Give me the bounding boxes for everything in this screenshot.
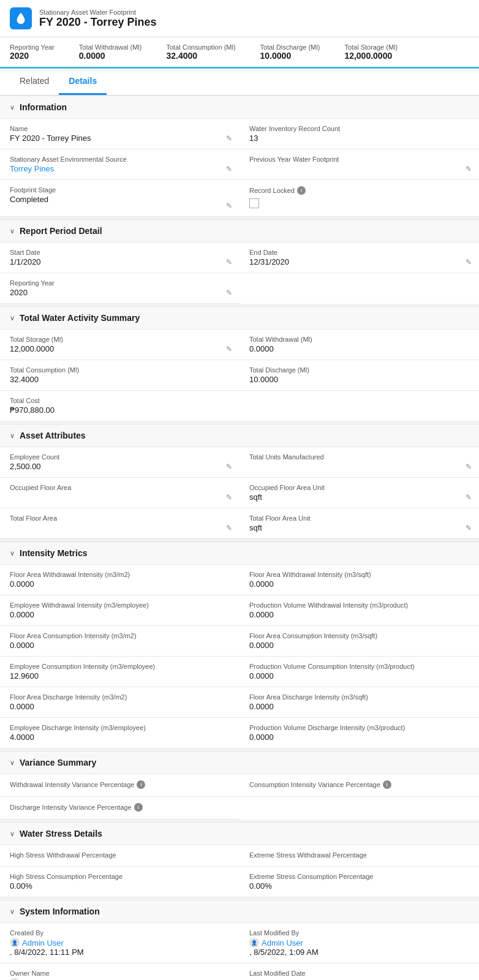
metric-value: 12,000.0000 xyxy=(344,51,398,61)
metric-label: Reporting Year xyxy=(10,43,55,51)
field-owner-name: Owner Name 👤 Admin User xyxy=(0,963,240,980)
field-occupied-floor-unit-label: Occupied Floor Area Unit xyxy=(249,484,469,491)
field-total-storage-value: 12,000.0000 xyxy=(10,344,230,353)
intensity-field-left-value: 0.0000 xyxy=(10,641,230,650)
intensity-field-right: Floor Area Discharge Intensity (m3/sqft)… xyxy=(240,687,479,718)
edit-footprint-stage-icon[interactable]: ✎ xyxy=(226,202,232,210)
field-total-floor-unit-value: sqft xyxy=(249,523,469,532)
section-system-info-header[interactable]: ∨ System Information xyxy=(0,900,479,923)
field-discharge-variance: Discharge Intensity Variance Percentage … xyxy=(0,797,240,820)
intensity-metrics-fields: Floor Area Withdrawal Intensity (m3/m2)0… xyxy=(0,565,479,748)
section-information: ∨ Information Name FY 2020 - Torrey Pine… xyxy=(0,96,479,217)
edit-occupied-floor-icon[interactable]: ✎ xyxy=(226,493,232,502)
section-report-period-title: Report Period Detail xyxy=(20,226,102,236)
section-water-activity-header[interactable]: ∨ Total Water Activity Summary xyxy=(0,306,479,330)
main-content: ∨ Information Name FY 2020 - Torrey Pine… xyxy=(0,96,479,980)
edit-employee-count-icon[interactable]: ✎ xyxy=(226,462,232,471)
intensity-field-right: Production Volume Consumption Intensity … xyxy=(240,657,479,687)
intensity-field-left-value: 4.0000 xyxy=(10,733,230,742)
chevron-variance-summary-icon: ∨ xyxy=(10,759,15,767)
edit-total-floor-unit-icon[interactable]: ✎ xyxy=(466,524,472,532)
edit-total-units-icon[interactable]: ✎ xyxy=(466,462,472,471)
metric-item: Total Discharge (Ml)10.0000 xyxy=(260,43,320,61)
edit-total-storage-icon[interactable]: ✎ xyxy=(226,345,232,353)
field-occupied-floor: Occupied Floor Area ✎ xyxy=(0,478,240,508)
edit-reporting-year-icon[interactable]: ✎ xyxy=(226,288,232,297)
intensity-field-left: Floor Area Withdrawal Intensity (m3/m2)0… xyxy=(0,565,240,595)
chevron-water-activity-icon: ∨ xyxy=(10,314,15,322)
intensity-field-right-label: Production Volume Consumption Intensity … xyxy=(249,663,469,670)
intensity-field-right: Floor Area Withdrawal Intensity (m3/sqft… xyxy=(240,565,479,595)
field-reporting-year: Reporting Year 2020 ✎ xyxy=(0,273,240,304)
edit-name-icon[interactable]: ✎ xyxy=(226,134,232,143)
field-extreme-stress-consumption-label: Extreme Stress Consumption Percentage xyxy=(249,873,469,880)
tab-related[interactable]: Related xyxy=(10,69,59,95)
section-intensity-metrics-title: Intensity Metrics xyxy=(20,548,87,558)
header-subtitle: Stationary Asset Water Footprint xyxy=(39,9,156,16)
section-variance-summary-header[interactable]: ∨ Variance Summary xyxy=(0,751,479,774)
intensity-field-right-value: 0.0000 xyxy=(249,579,469,589)
intensity-field-right-value: 0.0000 xyxy=(249,671,469,680)
section-report-period: ∨ Report Period Detail Start Date 1/1/20… xyxy=(0,219,479,304)
system-info-fields: Created By 👤 Admin User , 8/4/2022, 11:1… xyxy=(0,923,479,980)
chevron-intensity-metrics-icon: ∨ xyxy=(10,549,15,557)
intensity-field-left-label: Floor Area Withdrawal Intensity (m3/m2) xyxy=(10,571,230,578)
field-discharge-variance-label: Discharge Intensity Variance Percentage … xyxy=(10,803,230,812)
section-water-stress-header[interactable]: ∨ Water Stress Details xyxy=(0,822,479,845)
edit-prev-year-icon[interactable]: ✎ xyxy=(466,165,472,173)
field-total-consumption-label: Total Consumption (Ml) xyxy=(10,366,230,374)
field-footprint-stage-label: Footprint Stage xyxy=(10,186,230,194)
section-intensity-metrics-header[interactable]: ∨ Intensity Metrics xyxy=(0,541,479,565)
intensity-field-left-label: Floor Area Consumption Intensity (m3/m2) xyxy=(10,632,230,639)
water-stress-fields: High Stress Withdrawal Percentage Extrem… xyxy=(0,845,479,897)
metric-label: Total Withdrawal (Ml) xyxy=(79,43,142,51)
water-activity-fields: Total Storage (Ml) 12,000.0000 ✎ Total W… xyxy=(0,330,479,421)
field-total-discharge: Total Discharge (Ml) 10.0000 xyxy=(240,360,479,391)
consumption-variance-info-icon[interactable]: i xyxy=(383,780,391,789)
field-employee-count-value: 2,500.00 xyxy=(10,462,230,471)
record-locked-checkbox[interactable] xyxy=(249,198,259,208)
section-water-stress-title: Water Stress Details xyxy=(20,829,102,839)
intensity-field-right-label: Floor Area Withdrawal Intensity (m3/sqft… xyxy=(249,571,469,578)
edit-start-date-icon[interactable]: ✎ xyxy=(226,258,232,266)
section-asset-attributes-header[interactable]: ∨ Asset Attributes xyxy=(0,424,479,447)
edit-total-floor-icon[interactable]: ✎ xyxy=(226,524,232,532)
field-owner-name-label: Owner Name xyxy=(10,970,230,977)
field-stationary-value[interactable]: Torrey Pines xyxy=(10,164,230,173)
field-total-consumption: Total Consumption (Ml) 32.4000 xyxy=(0,360,240,391)
discharge-variance-info-icon[interactable]: i xyxy=(134,803,143,812)
field-water-inventory-value: 13 xyxy=(249,134,469,143)
created-by-user-link[interactable]: 👤 Admin User xyxy=(10,938,230,948)
field-total-withdrawal: Total Withdrawal (Ml) 0.0000 xyxy=(240,330,479,360)
intensity-field-right-value: 0.0000 xyxy=(249,641,469,650)
edit-end-date-icon[interactable]: ✎ xyxy=(466,258,472,266)
field-high-stress-withdrawal: High Stress Withdrawal Percentage xyxy=(0,845,240,867)
withdrawal-variance-info-icon[interactable]: i xyxy=(137,780,145,789)
field-extreme-stress-consumption-value: 0.00% xyxy=(249,881,469,891)
section-report-period-header[interactable]: ∨ Report Period Detail xyxy=(0,219,479,243)
chevron-system-info-icon: ∨ xyxy=(10,908,15,916)
field-name: Name FY 2020 - Torrey Pines ✎ xyxy=(0,119,240,149)
edit-stationary-icon[interactable]: ✎ xyxy=(226,165,232,173)
field-total-discharge-label: Total Discharge (Ml) xyxy=(249,366,469,374)
metric-item: Reporting Year2020 xyxy=(10,43,55,61)
field-start-date-label: Start Date xyxy=(10,249,230,256)
intensity-field-left-value: 12.9600 xyxy=(10,671,230,680)
field-total-storage-label: Total Storage (Ml) xyxy=(10,336,230,343)
field-created-by: Created By 👤 Admin User , 8/4/2022, 11:1… xyxy=(0,923,240,963)
field-withdrawal-variance: Withdrawal Intensity Variance Percentage… xyxy=(0,774,240,797)
field-water-inventory-label: Water Inventory Record Count xyxy=(249,125,469,132)
field-employee-count: Employee Count 2,500.00 ✎ xyxy=(0,447,240,478)
tab-details[interactable]: Details xyxy=(59,69,107,95)
section-information-header[interactable]: ∨ Information xyxy=(0,96,479,119)
last-modified-by-user-link[interactable]: 👤 Admin User xyxy=(249,938,469,948)
intensity-field-left: Floor Area Discharge Intensity (m3/m2)0.… xyxy=(0,687,240,718)
field-total-consumption-value: 32.4000 xyxy=(10,375,230,384)
record-locked-info-icon[interactable]: i xyxy=(297,186,306,195)
field-footprint-stage-value: Completed xyxy=(10,195,230,204)
section-intensity-metrics: ∨ Intensity Metrics Floor Area Withdrawa… xyxy=(0,541,479,748)
field-reporting-year-label: Reporting Year xyxy=(10,279,230,287)
edit-occupied-floor-unit-icon[interactable]: ✎ xyxy=(466,493,472,502)
field-total-cost-value: ₱970,880.00 xyxy=(10,405,469,415)
variance-summary-fields: Withdrawal Intensity Variance Percentage… xyxy=(0,774,479,820)
